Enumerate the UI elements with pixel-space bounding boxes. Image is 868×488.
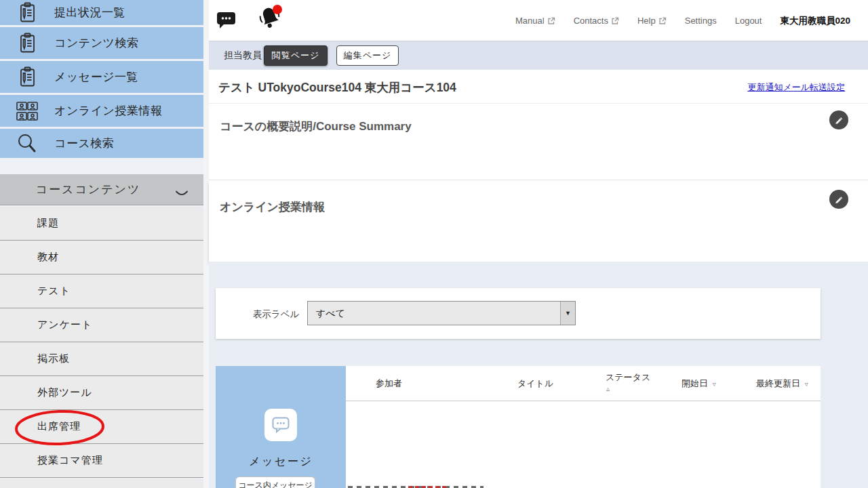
sidebar-item-label: 教材: [0, 251, 59, 264]
sidebar-item-online-class-info[interactable]: オンライン授業情報: [0, 95, 203, 127]
clipboard-icon: [15, 65, 39, 89]
sidebar-item-bulletin-board[interactable]: 掲示板: [0, 342, 203, 376]
contacts-link[interactable]: Contacts: [574, 16, 619, 26]
clipboard-icon: [15, 31, 39, 56]
sidebar-item-attendance[interactable]: 出席管理: [0, 410, 203, 444]
header-links: Manual Contacts Help: [515, 0, 850, 41]
col-participants: 参加者: [376, 378, 402, 390]
external-link-icon: [547, 17, 555, 25]
sidebar-item-tests[interactable]: テスト: [0, 274, 203, 308]
col-label: 最終更新日: [756, 378, 800, 388]
clipboard-icon: [15, 1, 39, 25]
online-class-info-section: オンライン授業情報: [209, 180, 868, 262]
link-label: Manual: [515, 16, 545, 26]
sidebar-item-course-search[interactable]: コース検索: [0, 129, 203, 158]
tab-bar: 担当教員 閲覧ページ 編集ページ: [209, 41, 868, 70]
people-grid-icon: [15, 99, 39, 123]
course-summary-section: コースの概要説明/Course Summary: [209, 104, 868, 180]
main-area: Manual Contacts Help: [203, 0, 868, 488]
col-last-updated-sortable[interactable]: 最終更新日 ▿: [756, 378, 808, 390]
sidebar-item-label: コンテンツ検索: [54, 35, 139, 51]
sidebar-item-assignments[interactable]: 課題: [0, 207, 203, 241]
sidebar-item-label: コース検索: [54, 136, 114, 151]
tab-edit-page[interactable]: 編集ページ: [336, 45, 399, 66]
external-link-icon: [658, 17, 667, 25]
sort-desc-icon: ▿: [805, 380, 808, 388]
settings-link[interactable]: Settings: [685, 16, 717, 26]
sidebar-partial-row: [0, 479, 203, 488]
sort-asc-icon: ▵: [606, 385, 650, 392]
speech-bubble-icon: [272, 417, 290, 433]
sidebar-item-label: アンケート: [0, 319, 92, 331]
edit-summary-button[interactable]: [829, 110, 848, 129]
link-label: Settings: [685, 16, 717, 26]
pencil-icon: [834, 195, 844, 204]
pencil-icon: [834, 115, 844, 125]
link-label: Help: [637, 16, 656, 26]
sidebar-item-label: 出席管理: [0, 420, 81, 433]
col-start-date-sortable[interactable]: 開始日 ▿: [682, 378, 716, 390]
sort-desc-icon: ▿: [713, 380, 716, 388]
sidebar-item-label: 外部ツール: [0, 386, 92, 399]
notification-bell-icon[interactable]: [256, 4, 283, 31]
help-link[interactable]: Help: [637, 16, 667, 26]
sidebar-item-class-slot[interactable]: 授業コマ管理: [0, 444, 203, 478]
display-label-panel: 表示ラベル すべて ▼: [216, 288, 821, 339]
message-table: 参加者 タイトル ステータス ▵ 開始日 ▿ 最終更新日 ▿: [346, 366, 821, 488]
select-value: すべて: [316, 302, 345, 325]
search-icon: [15, 131, 39, 156]
course-title: テスト UTokyoCourse104 東大用コース104: [218, 79, 456, 96]
notification-dot: [273, 5, 282, 14]
message-bubble-tile: [264, 409, 297, 441]
sidebar-item-materials[interactable]: 教材: [0, 241, 203, 274]
messages-icon[interactable]: [216, 11, 237, 30]
sidebar-section-course-contents[interactable]: コースコンテンツ: [0, 174, 203, 205]
section-header-label: コースコンテンツ: [0, 182, 176, 197]
sidebar-item-label: テスト: [0, 285, 71, 298]
sidebar-item-label: メッセージ一覧: [54, 69, 138, 85]
logout-link[interactable]: Logout: [735, 16, 762, 26]
edit-online-class-button[interactable]: [829, 190, 848, 209]
role-label: 担当教員: [224, 49, 262, 62]
mail-forward-settings-link[interactable]: 更新通知メール転送設定: [747, 81, 845, 94]
chevron-down-icon: [175, 187, 189, 199]
sidebar-item-submission-status[interactable]: 提出状況一覧: [0, 0, 203, 25]
course-message-button[interactable]: コース内メッセージ: [235, 476, 315, 488]
course-title-row: テスト UTokyoCourse104 東大用コース104 更新通知メール転送設…: [209, 70, 868, 104]
col-title: タイトル: [517, 378, 553, 390]
manual-link[interactable]: Manual: [515, 16, 555, 26]
link-label: Contacts: [574, 16, 608, 26]
sidebar-item-content-search[interactable]: コンテンツ検索: [0, 27, 203, 59]
sidebar-item-external-tools[interactable]: 外部ツール: [0, 376, 203, 410]
section-heading: オンライン授業情報: [220, 199, 325, 215]
sidebar-item-label: 授業コマ管理: [0, 454, 103, 467]
message-panel-title: メッセージ: [216, 454, 346, 469]
message-table-header: 参加者 タイトル ステータス ▵ 開始日 ▿ 最終更新日 ▿: [346, 366, 821, 401]
lower-region: 表示ラベル すべて ▼ メッセージ コース内メッセージ: [209, 262, 868, 488]
sidebar: 提出状況一覧 コンテンツ検索 メッセージ一覧: [0, 0, 203, 488]
link-label: Logout: [735, 16, 762, 26]
page: 提出状況一覧 コンテンツ検索 メッセージ一覧: [0, 0, 868, 488]
sidebar-item-label: 課題: [0, 217, 59, 230]
display-label-select[interactable]: すべて ▼: [307, 301, 576, 325]
top-header: Manual Contacts Help: [209, 0, 868, 41]
sidebar-item-label: 提出状況一覧: [54, 5, 125, 20]
display-label-caption: 表示ラベル: [253, 308, 299, 321]
tab-view-page[interactable]: 閲覧ページ: [264, 45, 328, 66]
message-category-panel[interactable]: メッセージ コース内メッセージ: [216, 366, 346, 488]
col-label: ステータス: [606, 372, 650, 382]
sidebar-item-message-list[interactable]: メッセージ一覧: [0, 61, 203, 93]
sidebar-item-label: オンライン授業情報: [54, 103, 163, 119]
external-link-icon: [611, 17, 619, 25]
username: 東大用教職員020: [780, 15, 850, 27]
sidebar-item-label: 掲示板: [0, 352, 70, 365]
dropdown-arrow-icon: ▼: [560, 302, 575, 325]
col-label: 開始日: [682, 378, 708, 388]
section-heading: コースの概要説明/Course Summary: [220, 119, 412, 134]
col-status-sortable[interactable]: ステータス ▵: [606, 371, 650, 392]
sidebar-item-surveys[interactable]: アンケート: [0, 308, 203, 342]
